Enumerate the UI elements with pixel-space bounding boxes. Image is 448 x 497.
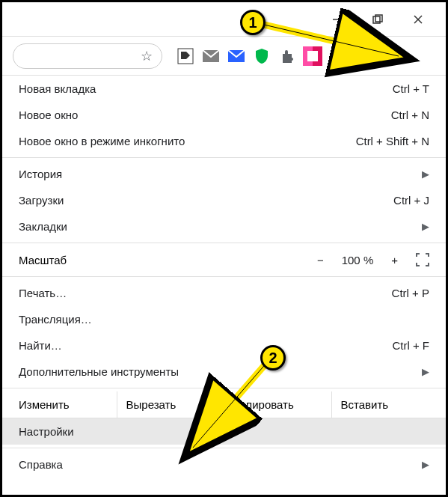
minimize-icon[interactable] — [331, 13, 344, 26]
mail-gray-icon[interactable] — [201, 46, 221, 66]
menu-incognito[interactable]: Новое окно в режиме инкогнито Ctrl + Shi… — [2, 128, 446, 154]
menu-item-label: Масштаб — [19, 254, 67, 266]
menu-item-label: Найти… — [19, 339, 62, 352]
menu-history[interactable]: История ▶ — [2, 161, 446, 187]
window-titlebar — [2, 2, 446, 37]
menu-item-label: Трансляция… — [19, 313, 92, 326]
chrome-menu-button[interactable] — [333, 43, 360, 70]
shortcut: Ctrl + N — [391, 109, 429, 121]
shortcut: Ctrl + P — [392, 287, 429, 299]
menu-more-tools[interactable]: Дополнительные инструменты ▶ — [2, 359, 446, 385]
profile-icon[interactable] — [303, 46, 322, 66]
shield-icon[interactable] — [252, 46, 271, 66]
menu-separator — [2, 243, 446, 243]
menu-item-label: Печать… — [19, 287, 67, 299]
menu-separator — [2, 388, 446, 388]
menu-item-label: Справка — [19, 458, 63, 471]
shortcut: Ctrl + T — [393, 82, 429, 95]
shortcut: Ctrl + F — [392, 339, 429, 352]
chevron-right-icon: ▶ — [422, 366, 429, 377]
menu-item-label: Новое окно — [19, 109, 78, 121]
mail-blue-icon[interactable] — [227, 46, 246, 66]
chrome-menu: Новая вкладка Ctrl + T Новое окно Ctrl +… — [2, 76, 446, 478]
menu-print[interactable]: Печать… Ctrl + P — [2, 280, 446, 306]
vertical-dots-icon — [345, 49, 348, 63]
edit-copy[interactable]: Копировать — [224, 391, 332, 418]
menu-item-label: Загрузки — [19, 194, 64, 207]
menu-item-label: Новое окно в режиме инкогнито — [19, 135, 185, 147]
shortcut: Ctrl + Shift + N — [356, 135, 429, 147]
browser-toolbar: ☆ — [2, 37, 446, 76]
menu-find[interactable]: Найти… Ctrl + F — [2, 332, 446, 359]
zoom-out-button[interactable]: − — [317, 254, 324, 266]
edit-paste[interactable]: Вставить — [332, 391, 447, 418]
svg-rect-10 — [307, 51, 318, 61]
menu-bookmarks[interactable]: Закладки ▶ — [2, 213, 446, 240]
shortcut: Ctrl + J — [393, 194, 429, 207]
chevron-right-icon: ▶ — [422, 459, 429, 470]
chevron-right-icon: ▶ — [422, 168, 429, 180]
menu-zoom: Масштаб − 100 % + — [2, 246, 446, 273]
menu-item-label: История — [19, 168, 62, 180]
zoom-in-button[interactable]: + — [391, 254, 398, 266]
close-icon[interactable] — [411, 13, 425, 26]
menu-separator — [2, 448, 446, 448]
menu-item-label: Новая вкладка — [19, 82, 96, 95]
maximize-icon[interactable] — [371, 13, 384, 26]
zoom-value: 100 % — [342, 254, 374, 266]
puzzle-icon[interactable] — [277, 46, 297, 66]
menu-new-tab[interactable]: Новая вкладка Ctrl + T — [2, 76, 446, 102]
menu-settings[interactable]: Настройки — [2, 418, 446, 445]
menu-downloads[interactable]: Загрузки Ctrl + J — [2, 187, 446, 213]
menu-item-label: Дополнительные инструменты — [19, 365, 179, 378]
edit-label: Изменить — [2, 391, 117, 418]
tag-icon[interactable] — [176, 46, 195, 66]
menu-new-window[interactable]: Новое окно Ctrl + N — [2, 102, 446, 128]
chevron-right-icon: ▶ — [422, 221, 429, 232]
menu-cast[interactable]: Трансляция… — [2, 306, 446, 332]
menu-help[interactable]: Справка ▶ — [2, 451, 446, 478]
menu-separator — [2, 157, 446, 158]
menu-item-label: Закладки — [19, 220, 67, 233]
bookmark-star-icon[interactable]: ☆ — [141, 48, 153, 64]
omnibox[interactable]: ☆ — [13, 43, 162, 69]
menu-item-label: Настройки — [19, 425, 74, 438]
fullscreen-icon[interactable] — [416, 253, 429, 266]
edit-cut[interactable]: Вырезать — [117, 391, 225, 418]
menu-separator — [2, 276, 446, 277]
menu-edit-row: Изменить Вырезать Копировать Вставить — [2, 391, 446, 418]
